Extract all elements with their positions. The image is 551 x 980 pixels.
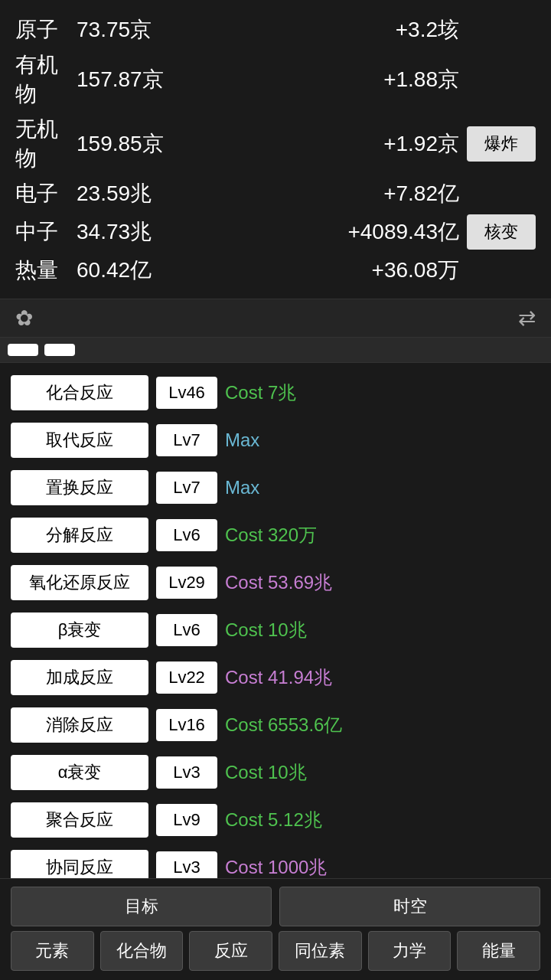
stats-action-button[interactable]: 核变 xyxy=(467,214,536,250)
stats-value: 60.42亿 xyxy=(77,256,214,285)
bottom-nav-row1: 目标时空 xyxy=(0,879,551,931)
stats-delta: +4089.43亿 xyxy=(214,217,467,247)
stats-delta: +7.82亿 xyxy=(214,179,467,208)
reaction-cost: Cost 6553.6亿 xyxy=(225,713,342,737)
reaction-cost: Cost 1000兆 xyxy=(225,855,327,880)
reaction-level-badge: Lv7 xyxy=(156,472,217,504)
flower-icon: ✿ xyxy=(15,305,33,331)
reaction-name-button[interactable]: 化合反应 xyxy=(11,375,148,410)
shuffle-icon: ⇄ xyxy=(518,305,536,331)
reaction-cost: Cost 41.94兆 xyxy=(225,665,332,690)
reaction-row: α衰变Lv3Cost 10兆 xyxy=(11,750,540,795)
bottom-nav-btn-row1[interactable]: 目标 xyxy=(11,887,272,926)
reaction-cost: Cost 10兆 xyxy=(225,760,307,785)
bottom-nav: 目标时空 元素化合物反应同位素力学能量 xyxy=(0,878,551,980)
reaction-level-badge: Lv3 xyxy=(156,756,217,789)
reaction-name-button[interactable]: 取代反应 xyxy=(11,423,148,458)
reaction-cost: Max xyxy=(225,430,259,451)
stats-label: 热量 xyxy=(15,256,77,285)
reaction-row: 化合反应Lv46Cost 7兆 xyxy=(11,371,540,415)
reaction-row: 聚合反应Lv9Cost 5.12兆 xyxy=(11,798,540,842)
reaction-name-button[interactable]: 置换反应 xyxy=(11,470,148,505)
reaction-cost: Cost 10兆 xyxy=(225,618,307,642)
reactions-list: 化合反应Lv46Cost 7兆取代反应Lv7Max置换反应Lv7Max分解反应L… xyxy=(0,363,551,897)
reaction-row: 加成反应Lv22Cost 41.94兆 xyxy=(11,655,540,700)
stats-label: 有机物 xyxy=(15,51,77,109)
stats-value: 73.75京 xyxy=(77,15,214,44)
stats-value: 34.73兆 xyxy=(77,217,214,247)
stats-row: 有机物157.87京+1.88京 xyxy=(15,51,536,109)
reaction-name-button[interactable]: 加成反应 xyxy=(11,660,148,695)
stats-row: 原子73.75京+3.2垓 xyxy=(15,15,536,44)
bottom-nav-btn-row2[interactable]: 化合物 xyxy=(100,931,184,971)
reaction-level-badge: Lv9 xyxy=(156,804,217,836)
tab-reaction-type[interactable] xyxy=(8,344,38,356)
reaction-cost: Cost 320万 xyxy=(225,523,317,547)
stats-row: 中子34.73兆+4089.43亿核变 xyxy=(15,214,536,250)
reaction-level-badge: Lv16 xyxy=(156,709,217,741)
reaction-level-badge: Lv22 xyxy=(156,662,217,694)
stats-label: 电子 xyxy=(15,179,77,208)
stats-section: 原子73.75京+3.2垓有机物157.87京+1.88京无机物159.85京+… xyxy=(0,0,551,299)
reaction-cost: Cost 7兆 xyxy=(225,381,296,405)
bottom-nav-btn-row2[interactable]: 同位素 xyxy=(279,931,362,971)
reaction-level-badge: Lv6 xyxy=(156,519,217,551)
reaction-row: 氧化还原反应Lv29Cost 53.69兆 xyxy=(11,560,540,605)
bottom-nav-row2: 元素化合物反应同位素力学能量 xyxy=(0,931,551,980)
stats-value: 159.85京 xyxy=(77,129,214,158)
reaction-row: β衰变Lv6Cost 10兆 xyxy=(11,608,540,652)
stats-row: 热量60.42亿+36.08万 xyxy=(15,256,536,285)
reaction-level-badge: Lv7 xyxy=(156,424,217,456)
stats-value: 157.87京 xyxy=(77,65,214,94)
stats-delta: +3.2垓 xyxy=(214,15,467,44)
reaction-level-badge: Lv46 xyxy=(156,377,217,409)
bottom-nav-btn-row2[interactable]: 力学 xyxy=(368,931,452,971)
stats-row: 电子23.59兆+7.82亿 xyxy=(15,179,536,208)
bottom-nav-btn-row1[interactable]: 时空 xyxy=(279,887,540,926)
stats-row: 无机物159.85京+1.92京爆炸 xyxy=(15,115,536,173)
reaction-name-button[interactable]: 分解反应 xyxy=(11,518,148,553)
bottom-nav-btn-row2[interactable]: 反应 xyxy=(189,931,272,971)
toolbar-row: ✿ ⇄ xyxy=(0,299,551,338)
stats-value: 23.59兆 xyxy=(77,179,214,208)
reaction-cost: Cost 53.69兆 xyxy=(225,570,332,595)
stats-delta: +1.92京 xyxy=(214,129,467,158)
reaction-level-badge: Lv29 xyxy=(156,567,217,599)
stats-label: 中子 xyxy=(15,217,77,247)
reaction-name-button[interactable]: α衰变 xyxy=(11,755,148,790)
stats-label: 原子 xyxy=(15,15,77,44)
reaction-name-button[interactable]: 氧化还原反应 xyxy=(11,565,148,600)
reaction-row: 分解反应Lv6Cost 320万 xyxy=(11,513,540,557)
stats-label: 无机物 xyxy=(15,115,77,173)
reaction-name-button[interactable]: 消除反应 xyxy=(11,707,148,743)
tab-auto-settings[interactable] xyxy=(44,344,75,356)
reaction-name-button[interactable]: β衰变 xyxy=(11,612,148,648)
stats-delta: +1.88京 xyxy=(214,65,467,94)
stats-delta: +36.08万 xyxy=(214,256,467,285)
stats-action-button[interactable]: 爆炸 xyxy=(467,126,536,162)
reaction-row: 取代反应Lv7Max xyxy=(11,418,540,462)
reaction-level-badge: Lv6 xyxy=(156,614,217,646)
reaction-cost: Max xyxy=(225,477,259,498)
reaction-name-button[interactable]: 聚合反应 xyxy=(11,802,148,838)
bottom-nav-btn-row2[interactable]: 元素 xyxy=(11,931,94,971)
bottom-nav-btn-row2[interactable]: 能量 xyxy=(457,931,540,971)
tab-row xyxy=(0,338,551,363)
reaction-row: 消除反应Lv16Cost 6553.6亿 xyxy=(11,703,540,747)
reaction-cost: Cost 5.12兆 xyxy=(225,808,322,832)
reaction-row: 置换反应Lv7Max xyxy=(11,466,540,510)
